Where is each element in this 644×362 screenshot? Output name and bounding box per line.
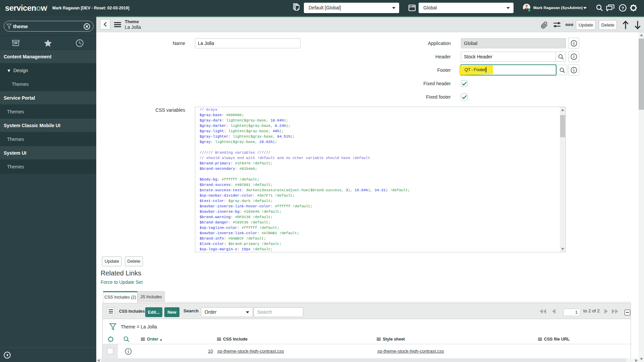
svg-text:?: ? <box>621 6 624 11</box>
